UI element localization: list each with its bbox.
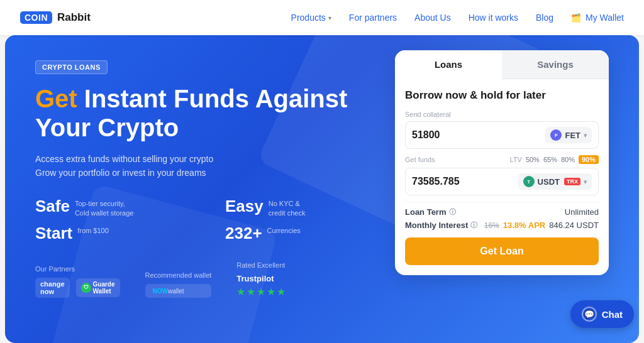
chevron-down-icon: ▾ <box>328 14 331 21</box>
shield-icon: 🛡 <box>81 283 91 293</box>
loan-term-label: Loan Term ⓘ <box>405 207 456 217</box>
chat-button[interactable]: 💬 Chat <box>570 300 634 328</box>
partners-label: Our Partners <box>35 265 120 273</box>
partners-row: Our Partners changeNOW 🛡 GuardeWallet Re… <box>35 261 395 298</box>
chat-icon: 💬 <box>582 307 597 322</box>
guarda-logo: 🛡 GuardeWallet <box>76 278 120 297</box>
feature-easy: Easy No KYC & credit check <box>225 198 395 219</box>
rating-label: Rated Excellent <box>236 261 287 269</box>
interest-new-rate: 13.8% APR <box>503 220 545 230</box>
interest-old-rate: 16% <box>484 221 499 230</box>
hero-title-rest: Instant Funds Against Your Crypto <box>35 85 347 141</box>
logo[interactable]: COIN Rabbit <box>20 11 91 24</box>
nav-partners[interactable]: For partners <box>349 13 397 23</box>
interest-label: Monthly Interest ⓘ <box>405 220 477 230</box>
interest-values: 16% 13.8% APR 846.24 USDT <box>484 220 599 230</box>
fet-icon: F <box>550 129 562 141</box>
funds-value: 73585.785 <box>412 176 518 187</box>
nav: Products ▾ For partners About Us How it … <box>291 13 624 23</box>
collateral-value: 51800 <box>412 129 545 141</box>
interest-info-icon: ⓘ <box>470 220 477 230</box>
funds-currency: USDT <box>538 177 560 187</box>
nav-how-it-works[interactable]: How it works <box>469 13 518 23</box>
hero-title-highlight: Get <box>35 85 77 112</box>
feature-currencies-desc: Currencies <box>267 226 301 236</box>
ltv-text: LTV <box>510 156 522 163</box>
card-body: Borrow now & hold for later Send collate… <box>395 79 609 275</box>
ltv-label: Get funds <box>405 156 435 163</box>
nav-about[interactable]: About Us <box>414 13 451 23</box>
hero-section: CRYPTO LOANS Get Instant Funds Against Y… <box>5 35 639 343</box>
ltv-row: Get funds LTV 50% 65% 80% 90% <box>405 155 599 164</box>
loan-card-container: Loans Savings Borrow now & hold for late… <box>395 50 609 275</box>
trustpilot-block: Rated Excellent Trustpilot ★★★★★ <box>236 261 287 298</box>
ltv-50[interactable]: 50% <box>526 156 540 163</box>
feature-currencies: 232+ Currencies <box>225 225 395 241</box>
interest-row: Monthly Interest ⓘ 16% 13.8% APR 846.24 … <box>405 220 599 230</box>
collateral-label: Send collateral <box>405 111 599 118</box>
loan-term-value: Unlimited <box>565 207 599 217</box>
tab-loans[interactable]: Loans <box>395 50 502 79</box>
changenow-logo: changeNOW <box>35 278 70 298</box>
crypto-loans-badge: CRYPTO LOANS <box>35 60 108 74</box>
feature-safe-desc: Top-tier security, Cold wallet storage <box>75 199 134 219</box>
interest-amount: 846.24 USDT <box>549 220 599 230</box>
feature-easy-main: Easy <box>225 198 264 214</box>
hero-title: Get Instant Funds Against Your Crypto <box>35 84 395 142</box>
logo-badge: COIN <box>20 11 52 24</box>
feature-easy-desc: No KYC & credit check <box>269 199 306 219</box>
wallet-label: Recommended wallet <box>145 271 212 279</box>
chevron-down-icon: ▾ <box>584 132 587 139</box>
partner-logos: changeNOW 🛡 GuardeWallet <box>35 278 120 298</box>
wallet-icon: 🗂️ <box>571 13 581 23</box>
loan-term-info-icon: ⓘ <box>449 207 456 217</box>
collateral-input-row[interactable]: 51800 F FET ▾ <box>405 121 599 149</box>
now-wallet-logo: NOWwallet <box>145 284 212 298</box>
collateral-currency-selector[interactable]: F FET ▾ <box>545 127 592 143</box>
feature-safe-main: Safe <box>35 198 70 214</box>
ltv-65[interactable]: 65% <box>543 156 557 163</box>
card-title: Borrow now & hold for later <box>405 89 599 102</box>
nav-products[interactable]: Products ▾ <box>291 13 331 23</box>
header: COIN Rabbit Products ▾ For partners Abou… <box>0 0 644 35</box>
divider <box>405 202 599 202</box>
logo-text: Rabbit <box>57 11 91 24</box>
partners-block: Our Partners changeNOW 🛡 GuardeWallet <box>35 265 120 298</box>
nav-my-wallet[interactable]: 🗂️ My Wallet <box>571 13 624 23</box>
hero-content: CRYPTO LOANS Get Instant Funds Against Y… <box>35 55 395 298</box>
loan-term-row: Loan Term ⓘ Unlimited <box>405 207 599 217</box>
card-tabs: Loans Savings <box>395 50 609 79</box>
nav-blog[interactable]: Blog <box>536 13 553 23</box>
chat-label: Chat <box>602 309 623 320</box>
ltv-90[interactable]: 90% <box>579 155 599 164</box>
usdt-icon: T <box>523 176 535 187</box>
feature-start: Start from $100 <box>35 225 205 241</box>
wallet-block: Recommended wallet NOWwallet <box>145 271 212 298</box>
chevron-down-icon: ▾ <box>584 178 587 185</box>
funds-input-row[interactable]: 73585.785 T USDT TRX ▾ <box>405 168 599 195</box>
trustpilot-name: Trustpilot <box>236 274 287 283</box>
tab-savings[interactable]: Savings <box>502 50 609 79</box>
hero-subtitle: Access extra funds without selling your … <box>35 152 395 180</box>
funds-currency-selector[interactable]: T USDT TRX ▾ <box>518 173 592 190</box>
features-grid: Safe Top-tier security, Cold wallet stor… <box>35 198 395 241</box>
get-loan-button[interactable]: Get Loan <box>405 237 599 265</box>
ltv-80[interactable]: 80% <box>561 156 575 163</box>
feature-safe: Safe Top-tier security, Cold wallet stor… <box>35 198 205 219</box>
trx-badge: TRX <box>564 178 580 185</box>
collateral-currency: FET <box>565 131 580 140</box>
trustpilot-stars: ★★★★★ <box>236 286 287 298</box>
feature-start-desc: from $100 <box>77 226 109 236</box>
loan-card: Loans Savings Borrow now & hold for late… <box>395 50 609 275</box>
